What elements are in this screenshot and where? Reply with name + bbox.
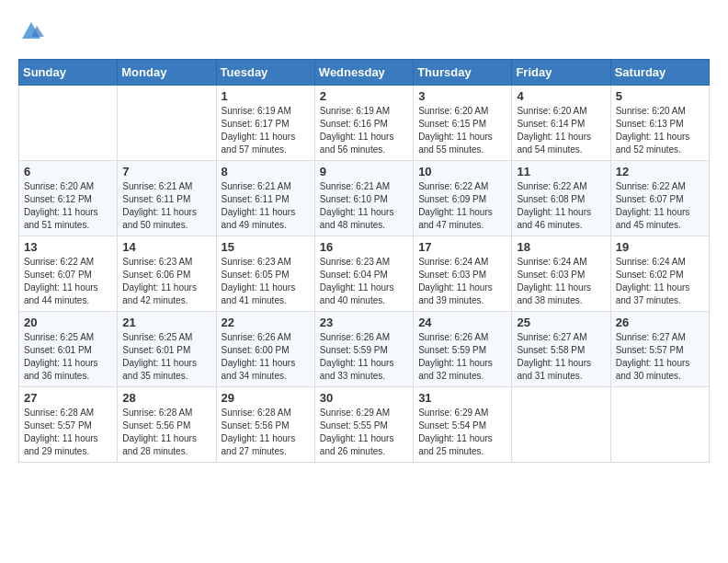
calendar-cell [512, 387, 610, 463]
day-number: 5 [616, 89, 704, 103]
calendar-cell: 19Sunrise: 6:24 AM Sunset: 6:02 PM Dayli… [610, 236, 709, 312]
day-info: Sunrise: 6:19 AM Sunset: 6:16 PM Dayligh… [320, 105, 408, 156]
day-number: 22 [222, 316, 310, 329]
calendar-cell: 21Sunrise: 6:25 AM Sunset: 6:01 PM Dayli… [118, 312, 216, 387]
calendar-cell: 16Sunrise: 6:23 AM Sunset: 6:04 PM Dayli… [314, 236, 413, 312]
page-header [18, 18, 710, 44]
day-number: 18 [517, 240, 605, 254]
day-number: 30 [320, 391, 408, 405]
calendar-cell [610, 387, 709, 463]
day-info: Sunrise: 6:23 AM Sunset: 6:05 PM Dayligh… [222, 256, 310, 307]
day-info: Sunrise: 6:21 AM Sunset: 6:11 PM Dayligh… [122, 180, 210, 232]
calendar-cell: 29Sunrise: 6:28 AM Sunset: 5:56 PM Dayli… [216, 387, 314, 463]
day-info: Sunrise: 6:28 AM Sunset: 5:57 PM Dayligh… [24, 407, 112, 458]
calendar-cell: 15Sunrise: 6:23 AM Sunset: 6:05 PM Dayli… [216, 236, 314, 312]
day-number: 8 [222, 165, 310, 178]
day-info: Sunrise: 6:28 AM Sunset: 5:56 PM Dayligh… [122, 407, 210, 458]
calendar-cell: 1Sunrise: 6:19 AM Sunset: 6:17 PM Daylig… [216, 86, 314, 161]
day-info: Sunrise: 6:25 AM Sunset: 6:01 PM Dayligh… [122, 331, 210, 383]
day-number: 27 [24, 391, 112, 405]
day-number: 17 [418, 240, 506, 254]
day-info: Sunrise: 6:21 AM Sunset: 6:11 PM Dayligh… [222, 180, 310, 232]
day-number: 16 [320, 240, 408, 254]
day-info: Sunrise: 6:24 AM Sunset: 6:02 PM Dayligh… [616, 256, 704, 307]
day-number: 3 [418, 89, 506, 103]
day-number: 2 [320, 89, 408, 103]
day-info: Sunrise: 6:20 AM Sunset: 6:14 PM Dayligh… [517, 105, 605, 156]
day-info: Sunrise: 6:26 AM Sunset: 5:59 PM Dayligh… [418, 331, 506, 383]
calendar-cell: 12Sunrise: 6:22 AM Sunset: 6:07 PM Dayli… [610, 161, 709, 236]
logo [18, 18, 48, 44]
calendar-cell: 30Sunrise: 6:29 AM Sunset: 5:55 PM Dayli… [314, 387, 413, 463]
day-number: 14 [122, 240, 210, 254]
day-number: 15 [222, 240, 310, 254]
day-info: Sunrise: 6:22 AM Sunset: 6:07 PM Dayligh… [616, 180, 704, 232]
weekday-header-monday: Monday [118, 60, 216, 86]
day-info: Sunrise: 6:24 AM Sunset: 6:03 PM Dayligh… [517, 256, 605, 307]
weekday-header-friday: Friday [512, 60, 610, 86]
day-number: 11 [517, 165, 605, 178]
calendar-cell: 10Sunrise: 6:22 AM Sunset: 6:09 PM Dayli… [414, 161, 512, 236]
logo-icon [18, 18, 44, 44]
calendar-week-row: 6Sunrise: 6:20 AM Sunset: 6:12 PM Daylig… [19, 161, 710, 236]
day-info: Sunrise: 6:27 AM Sunset: 5:57 PM Dayligh… [616, 331, 704, 383]
day-number: 6 [24, 165, 112, 178]
calendar-cell: 14Sunrise: 6:23 AM Sunset: 6:06 PM Dayli… [118, 236, 216, 312]
day-info: Sunrise: 6:26 AM Sunset: 6:00 PM Dayligh… [222, 331, 310, 383]
calendar-cell: 27Sunrise: 6:28 AM Sunset: 5:57 PM Dayli… [19, 387, 118, 463]
calendar-cell: 4Sunrise: 6:20 AM Sunset: 6:14 PM Daylig… [512, 86, 610, 161]
calendar-cell: 8Sunrise: 6:21 AM Sunset: 6:11 PM Daylig… [216, 161, 314, 236]
day-info: Sunrise: 6:20 AM Sunset: 6:13 PM Dayligh… [616, 105, 704, 156]
calendar-cell: 28Sunrise: 6:28 AM Sunset: 5:56 PM Dayli… [118, 387, 216, 463]
calendar-cell: 24Sunrise: 6:26 AM Sunset: 5:59 PM Dayli… [414, 312, 512, 387]
day-info: Sunrise: 6:26 AM Sunset: 5:59 PM Dayligh… [320, 331, 408, 383]
calendar-cell: 7Sunrise: 6:21 AM Sunset: 6:11 PM Daylig… [118, 161, 216, 236]
day-number: 13 [24, 240, 112, 254]
calendar-cell: 22Sunrise: 6:26 AM Sunset: 6:00 PM Dayli… [216, 312, 314, 387]
day-info: Sunrise: 6:21 AM Sunset: 6:10 PM Dayligh… [320, 180, 408, 232]
day-info: Sunrise: 6:20 AM Sunset: 6:12 PM Dayligh… [24, 180, 112, 232]
calendar-cell: 3Sunrise: 6:20 AM Sunset: 6:15 PM Daylig… [414, 86, 512, 161]
day-info: Sunrise: 6:25 AM Sunset: 6:01 PM Dayligh… [24, 331, 112, 383]
weekday-header-row: SundayMondayTuesdayWednesdayThursdayFrid… [19, 60, 710, 86]
calendar-cell: 9Sunrise: 6:21 AM Sunset: 6:10 PM Daylig… [314, 161, 413, 236]
calendar-cell: 18Sunrise: 6:24 AM Sunset: 6:03 PM Dayli… [512, 236, 610, 312]
day-number: 10 [418, 165, 506, 178]
calendar-week-row: 20Sunrise: 6:25 AM Sunset: 6:01 PM Dayli… [19, 312, 710, 387]
day-number: 29 [222, 391, 310, 405]
day-number: 1 [222, 89, 310, 103]
day-info: Sunrise: 6:29 AM Sunset: 5:54 PM Dayligh… [418, 407, 506, 458]
day-info: Sunrise: 6:28 AM Sunset: 5:56 PM Dayligh… [222, 407, 310, 458]
day-info: Sunrise: 6:23 AM Sunset: 6:06 PM Dayligh… [122, 256, 210, 307]
calendar-cell: 23Sunrise: 6:26 AM Sunset: 5:59 PM Dayli… [314, 312, 413, 387]
weekday-header-tuesday: Tuesday [216, 60, 314, 86]
day-number: 25 [517, 316, 605, 329]
day-number: 7 [122, 165, 210, 178]
calendar-cell: 6Sunrise: 6:20 AM Sunset: 6:12 PM Daylig… [19, 161, 118, 236]
day-number: 24 [418, 316, 506, 329]
weekday-header-saturday: Saturday [610, 60, 709, 86]
calendar-week-row: 1Sunrise: 6:19 AM Sunset: 6:17 PM Daylig… [19, 86, 710, 161]
calendar-cell: 5Sunrise: 6:20 AM Sunset: 6:13 PM Daylig… [610, 86, 709, 161]
day-info: Sunrise: 6:22 AM Sunset: 6:08 PM Dayligh… [517, 180, 605, 232]
day-number: 19 [616, 240, 704, 254]
calendar-week-row: 13Sunrise: 6:22 AM Sunset: 6:07 PM Dayli… [19, 236, 710, 312]
calendar-cell: 20Sunrise: 6:25 AM Sunset: 6:01 PM Dayli… [19, 312, 118, 387]
day-info: Sunrise: 6:20 AM Sunset: 6:15 PM Dayligh… [418, 105, 506, 156]
day-number: 20 [24, 316, 112, 329]
calendar-table: SundayMondayTuesdayWednesdayThursdayFrid… [18, 59, 710, 463]
calendar-cell [19, 86, 118, 161]
calendar-cell: 25Sunrise: 6:27 AM Sunset: 5:58 PM Dayli… [512, 312, 610, 387]
day-info: Sunrise: 6:19 AM Sunset: 6:17 PM Dayligh… [222, 105, 310, 156]
day-number: 31 [418, 391, 506, 405]
calendar-cell: 11Sunrise: 6:22 AM Sunset: 6:08 PM Dayli… [512, 161, 610, 236]
calendar-cell [118, 86, 216, 161]
calendar-cell: 2Sunrise: 6:19 AM Sunset: 6:16 PM Daylig… [314, 86, 413, 161]
calendar-cell: 26Sunrise: 6:27 AM Sunset: 5:57 PM Dayli… [610, 312, 709, 387]
day-number: 4 [517, 89, 605, 103]
weekday-header-sunday: Sunday [19, 60, 118, 86]
weekday-header-thursday: Thursday [414, 60, 512, 86]
day-number: 21 [122, 316, 210, 329]
day-info: Sunrise: 6:29 AM Sunset: 5:55 PM Dayligh… [320, 407, 408, 458]
day-number: 9 [320, 165, 408, 178]
